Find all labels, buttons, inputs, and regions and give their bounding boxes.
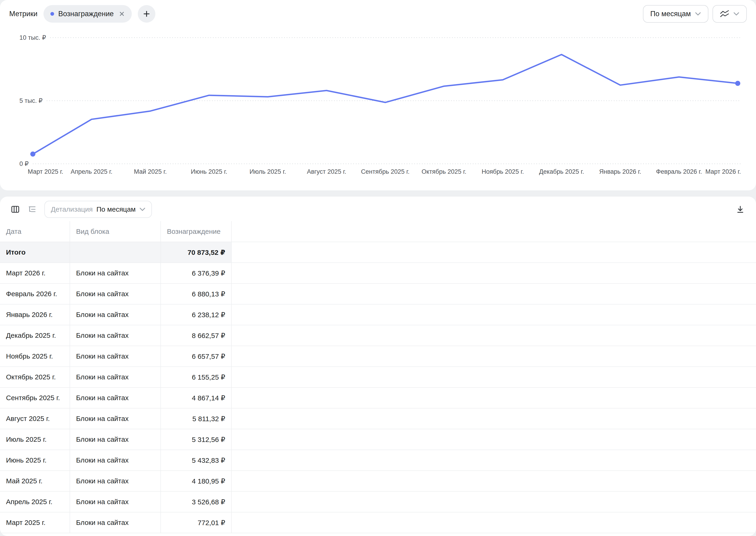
total-reward: 70 873,52 ₽ [161, 242, 232, 263]
cell-date: Февраль 2026 г. [0, 284, 70, 304]
column-header-filler [232, 221, 756, 242]
table-toolbar-left: Детализация По месяцам [8, 201, 152, 218]
cell-reward: 5 432,83 ₽ [161, 450, 232, 471]
column-header-block-type: Вид блока [70, 221, 161, 242]
tree-view-button[interactable] [24, 202, 39, 217]
download-button[interactable] [733, 202, 748, 217]
cell-block-type: Блоки на сайтах [70, 284, 161, 304]
cell-reward: 6 155,25 ₽ [161, 367, 232, 387]
cell-filler [232, 471, 756, 491]
cell-date: Март 2026 г. [0, 263, 70, 284]
cell-date: Январь 2026 г. [0, 304, 70, 325]
x-axis-label: Июль 2025 г. [249, 168, 286, 175]
cell-filler [232, 387, 756, 408]
table-row: Март 2026 г. Блоки на сайтах 6 376,39 ₽ [0, 263, 756, 284]
cell-date: Ноябрь 2025 г. [0, 346, 70, 367]
table-row: Июль 2025 г. Блоки на сайтах 5 312,56 ₽ [0, 429, 756, 450]
line-chart-canvas [0, 23, 756, 190]
metric-chip[interactable]: Вознаграждение [44, 5, 132, 23]
table-row: Сентябрь 2025 г. Блоки на сайтах 4 867,1… [0, 387, 756, 408]
cell-reward: 8 662,57 ₽ [161, 325, 232, 346]
table-row: Апрель 2025 г. Блоки на сайтах 3 526,68 … [0, 491, 756, 512]
detail-value: По месяцам [96, 205, 136, 213]
cell-filler [232, 325, 756, 346]
chevron-down-icon [139, 207, 145, 211]
x-axis-label: Июнь 2025 г. [191, 168, 227, 175]
total-block-type [70, 242, 161, 263]
chart-period-select[interactable]: По месяцам [643, 5, 708, 23]
x-axis-label: Март 2025 г. [28, 168, 63, 175]
chart-options: По месяцам [643, 5, 747, 23]
chart-card: Метрики Вознаграждение По месяцам [0, 0, 756, 190]
cell-reward: 772,01 ₽ [161, 512, 232, 533]
chart-type-select[interactable] [712, 5, 747, 23]
cell-date: Июнь 2025 г. [0, 450, 70, 471]
y-axis-label: 5 тыс. ₽ [19, 97, 43, 104]
cell-filler [232, 512, 756, 533]
cell-block-type: Блоки на сайтах [70, 429, 161, 450]
x-axis-label: Январь 2026 г. [599, 168, 641, 175]
cell-block-type: Блоки на сайтах [70, 408, 161, 429]
x-axis-label: Август 2025 г. [307, 168, 346, 175]
rewards-table: Дата Вид блока Вознаграждение Итого 70 8… [0, 221, 756, 533]
metrics-controls: Метрики Вознаграждение [9, 5, 155, 23]
cell-date: Апрель 2025 г. [0, 491, 70, 512]
total-label: Итого [0, 242, 70, 263]
x-axis-label: Сентябрь 2025 г. [361, 168, 410, 175]
cell-filler [232, 408, 756, 429]
close-icon [119, 11, 125, 17]
table-row: Март 2025 г. Блоки на сайтах 772,01 ₽ [0, 512, 756, 533]
cell-reward: 5 811,32 ₽ [161, 408, 232, 429]
cell-reward: 5 312,56 ₽ [161, 429, 232, 450]
cell-reward: 6 238,12 ₽ [161, 304, 232, 325]
cell-block-type: Блоки на сайтах [70, 491, 161, 512]
cell-filler [232, 450, 756, 471]
line-chart[interactable]: 0 ₽5 тыс. ₽10 тыс. ₽Март 2025 г.Апрель 2… [0, 23, 756, 190]
x-axis-label: Май 2025 г. [134, 168, 167, 175]
cell-filler [232, 304, 756, 325]
view-toggle [8, 202, 39, 217]
download-icon [736, 205, 745, 214]
cell-date: Июль 2025 г. [0, 429, 70, 450]
detail-select[interactable]: Детализация По месяцам [44, 201, 152, 218]
column-header-date: Дата [0, 221, 70, 242]
table-row: Февраль 2026 г. Блоки на сайтах 6 880,13… [0, 284, 756, 304]
cell-block-type: Блоки на сайтах [70, 325, 161, 346]
table-row: Август 2025 г. Блоки на сайтах 5 811,32 … [0, 408, 756, 429]
cell-date: Март 2025 г. [0, 512, 70, 533]
cell-filler [232, 284, 756, 304]
cell-block-type: Блоки на сайтах [70, 387, 161, 408]
table-row: Ноябрь 2025 г. Блоки на сайтах 6 657,57 … [0, 346, 756, 367]
chevron-down-icon [733, 12, 739, 16]
cell-reward: 4 180,95 ₽ [161, 471, 232, 491]
cell-block-type: Блоки на сайтах [70, 346, 161, 367]
cell-filler [232, 429, 756, 450]
column-header-reward: Вознаграждение [161, 221, 232, 242]
add-metric-button[interactable] [138, 5, 155, 23]
x-axis-label: Ноябрь 2025 г. [482, 168, 524, 175]
x-axis-label: Март 2026 г. [705, 168, 741, 175]
y-axis-label: 0 ₽ [19, 160, 29, 167]
cell-filler [232, 491, 756, 512]
table-toolbar: Детализация По месяцам [0, 197, 756, 221]
page: Метрики Вознаграждение По месяцам [0, 0, 756, 536]
metric-chip-label: Вознаграждение [58, 10, 114, 18]
table-total-row: Итого 70 873,52 ₽ [0, 242, 756, 263]
table-card: Детализация По месяцам Дата Вид блока Во… [0, 197, 756, 536]
chart-period-value: По месяцам [650, 10, 691, 18]
x-axis-label: Октябрь 2025 г. [422, 168, 467, 175]
cell-filler [232, 263, 756, 284]
cell-block-type: Блоки на сайтах [70, 471, 161, 491]
cell-reward: 6 376,39 ₽ [161, 263, 232, 284]
detail-label: Детализация [51, 205, 93, 213]
cell-block-type: Блоки на сайтах [70, 367, 161, 387]
table-row: Декабрь 2025 г. Блоки на сайтах 8 662,57… [0, 325, 756, 346]
table-view-button[interactable] [8, 202, 23, 217]
metrics-label: Метрики [9, 10, 37, 18]
remove-metric-button[interactable] [118, 10, 126, 18]
cell-date: Октябрь 2025 г. [0, 367, 70, 387]
x-axis-label: Апрель 2025 г. [71, 168, 113, 175]
data-point-marker [735, 81, 740, 86]
total-filler [232, 242, 756, 263]
zigzag-line-icon [720, 10, 729, 17]
